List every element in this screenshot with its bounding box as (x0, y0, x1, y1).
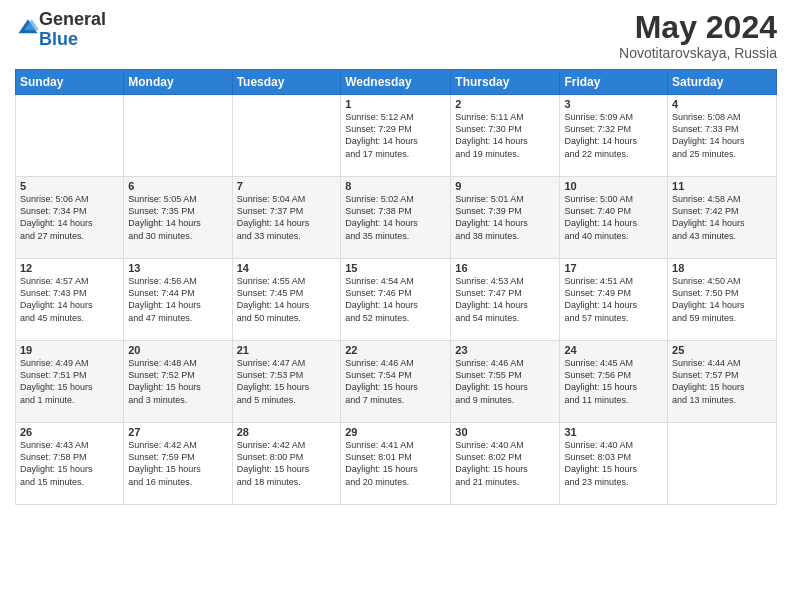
page: General Blue May 2024 Novotitarovskaya, … (0, 0, 792, 612)
calendar-cell: 12Sunrise: 4:57 AM Sunset: 7:43 PM Dayli… (16, 259, 124, 341)
logo-text: General Blue (39, 10, 106, 50)
day-number: 14 (237, 262, 337, 274)
cell-content: Sunrise: 4:43 AM Sunset: 7:58 PM Dayligh… (20, 439, 119, 488)
calendar-cell: 11Sunrise: 4:58 AM Sunset: 7:42 PM Dayli… (668, 177, 777, 259)
day-number: 26 (20, 426, 119, 438)
day-number: 17 (564, 262, 663, 274)
calendar-cell: 30Sunrise: 4:40 AM Sunset: 8:02 PM Dayli… (451, 423, 560, 505)
weekday-header: Thursday (451, 70, 560, 95)
weekday-header: Monday (124, 70, 232, 95)
day-number: 30 (455, 426, 555, 438)
cell-content: Sunrise: 4:51 AM Sunset: 7:49 PM Dayligh… (564, 275, 663, 324)
cell-content: Sunrise: 4:57 AM Sunset: 7:43 PM Dayligh… (20, 275, 119, 324)
day-number: 10 (564, 180, 663, 192)
cell-content: Sunrise: 5:08 AM Sunset: 7:33 PM Dayligh… (672, 111, 772, 160)
calendar-table: SundayMondayTuesdayWednesdayThursdayFrid… (15, 69, 777, 505)
cell-content: Sunrise: 5:09 AM Sunset: 7:32 PM Dayligh… (564, 111, 663, 160)
calendar-cell: 16Sunrise: 4:53 AM Sunset: 7:47 PM Dayli… (451, 259, 560, 341)
cell-content: Sunrise: 5:04 AM Sunset: 7:37 PM Dayligh… (237, 193, 337, 242)
day-number: 23 (455, 344, 555, 356)
cell-content: Sunrise: 5:01 AM Sunset: 7:39 PM Dayligh… (455, 193, 555, 242)
day-number: 13 (128, 262, 227, 274)
day-number: 18 (672, 262, 772, 274)
cell-content: Sunrise: 4:49 AM Sunset: 7:51 PM Dayligh… (20, 357, 119, 406)
weekday-header-row: SundayMondayTuesdayWednesdayThursdayFrid… (16, 70, 777, 95)
cell-content: Sunrise: 4:56 AM Sunset: 7:44 PM Dayligh… (128, 275, 227, 324)
calendar-cell (16, 95, 124, 177)
calendar-cell: 20Sunrise: 4:48 AM Sunset: 7:52 PM Dayli… (124, 341, 232, 423)
day-number: 8 (345, 180, 446, 192)
calendar-week-row: 26Sunrise: 4:43 AM Sunset: 7:58 PM Dayli… (16, 423, 777, 505)
calendar-cell: 27Sunrise: 4:42 AM Sunset: 7:59 PM Dayli… (124, 423, 232, 505)
day-number: 9 (455, 180, 555, 192)
calendar-cell: 15Sunrise: 4:54 AM Sunset: 7:46 PM Dayli… (341, 259, 451, 341)
cell-content: Sunrise: 5:02 AM Sunset: 7:38 PM Dayligh… (345, 193, 446, 242)
day-number: 12 (20, 262, 119, 274)
weekday-header: Tuesday (232, 70, 341, 95)
calendar-cell: 8Sunrise: 5:02 AM Sunset: 7:38 PM Daylig… (341, 177, 451, 259)
cell-content: Sunrise: 5:06 AM Sunset: 7:34 PM Dayligh… (20, 193, 119, 242)
day-number: 6 (128, 180, 227, 192)
calendar-cell: 9Sunrise: 5:01 AM Sunset: 7:39 PM Daylig… (451, 177, 560, 259)
day-number: 15 (345, 262, 446, 274)
cell-content: Sunrise: 4:54 AM Sunset: 7:46 PM Dayligh… (345, 275, 446, 324)
day-number: 2 (455, 98, 555, 110)
day-number: 31 (564, 426, 663, 438)
cell-content: Sunrise: 4:46 AM Sunset: 7:55 PM Dayligh… (455, 357, 555, 406)
day-number: 7 (237, 180, 337, 192)
calendar-cell (668, 423, 777, 505)
calendar-cell: 23Sunrise: 4:46 AM Sunset: 7:55 PM Dayli… (451, 341, 560, 423)
cell-content: Sunrise: 4:45 AM Sunset: 7:56 PM Dayligh… (564, 357, 663, 406)
cell-content: Sunrise: 4:53 AM Sunset: 7:47 PM Dayligh… (455, 275, 555, 324)
day-number: 4 (672, 98, 772, 110)
calendar-cell: 28Sunrise: 4:42 AM Sunset: 8:00 PM Dayli… (232, 423, 341, 505)
cell-content: Sunrise: 4:58 AM Sunset: 7:42 PM Dayligh… (672, 193, 772, 242)
calendar-cell: 17Sunrise: 4:51 AM Sunset: 7:49 PM Dayli… (560, 259, 668, 341)
cell-content: Sunrise: 4:40 AM Sunset: 8:03 PM Dayligh… (564, 439, 663, 488)
day-number: 22 (345, 344, 446, 356)
day-number: 3 (564, 98, 663, 110)
calendar-cell: 14Sunrise: 4:55 AM Sunset: 7:45 PM Dayli… (232, 259, 341, 341)
logo: General Blue (15, 10, 106, 50)
weekday-header: Saturday (668, 70, 777, 95)
logo-icon (17, 17, 39, 39)
cell-content: Sunrise: 4:50 AM Sunset: 7:50 PM Dayligh… (672, 275, 772, 324)
day-number: 28 (237, 426, 337, 438)
calendar-cell: 4Sunrise: 5:08 AM Sunset: 7:33 PM Daylig… (668, 95, 777, 177)
calendar-cell: 18Sunrise: 4:50 AM Sunset: 7:50 PM Dayli… (668, 259, 777, 341)
calendar-cell: 21Sunrise: 4:47 AM Sunset: 7:53 PM Dayli… (232, 341, 341, 423)
day-number: 16 (455, 262, 555, 274)
calendar-cell: 3Sunrise: 5:09 AM Sunset: 7:32 PM Daylig… (560, 95, 668, 177)
day-number: 27 (128, 426, 227, 438)
cell-content: Sunrise: 4:41 AM Sunset: 8:01 PM Dayligh… (345, 439, 446, 488)
calendar-week-row: 5Sunrise: 5:06 AM Sunset: 7:34 PM Daylig… (16, 177, 777, 259)
cell-content: Sunrise: 5:12 AM Sunset: 7:29 PM Dayligh… (345, 111, 446, 160)
calendar-cell: 7Sunrise: 5:04 AM Sunset: 7:37 PM Daylig… (232, 177, 341, 259)
cell-content: Sunrise: 4:55 AM Sunset: 7:45 PM Dayligh… (237, 275, 337, 324)
weekday-header: Sunday (16, 70, 124, 95)
calendar-cell: 26Sunrise: 4:43 AM Sunset: 7:58 PM Dayli… (16, 423, 124, 505)
cell-content: Sunrise: 5:00 AM Sunset: 7:40 PM Dayligh… (564, 193, 663, 242)
cell-content: Sunrise: 4:40 AM Sunset: 8:02 PM Dayligh… (455, 439, 555, 488)
header: General Blue May 2024 Novotitarovskaya, … (15, 10, 777, 61)
day-number: 21 (237, 344, 337, 356)
calendar-cell (124, 95, 232, 177)
location: Novotitarovskaya, Russia (619, 45, 777, 61)
calendar-cell: 29Sunrise: 4:41 AM Sunset: 8:01 PM Dayli… (341, 423, 451, 505)
calendar-cell: 19Sunrise: 4:49 AM Sunset: 7:51 PM Dayli… (16, 341, 124, 423)
month-year: May 2024 (619, 10, 777, 45)
calendar-cell (232, 95, 341, 177)
cell-content: Sunrise: 4:42 AM Sunset: 8:00 PM Dayligh… (237, 439, 337, 488)
title-block: May 2024 Novotitarovskaya, Russia (619, 10, 777, 61)
calendar-cell: 2Sunrise: 5:11 AM Sunset: 7:30 PM Daylig… (451, 95, 560, 177)
weekday-header: Friday (560, 70, 668, 95)
calendar-cell: 24Sunrise: 4:45 AM Sunset: 7:56 PM Dayli… (560, 341, 668, 423)
calendar-week-row: 19Sunrise: 4:49 AM Sunset: 7:51 PM Dayli… (16, 341, 777, 423)
cell-content: Sunrise: 5:11 AM Sunset: 7:30 PM Dayligh… (455, 111, 555, 160)
day-number: 1 (345, 98, 446, 110)
calendar-week-row: 1Sunrise: 5:12 AM Sunset: 7:29 PM Daylig… (16, 95, 777, 177)
calendar-cell: 5Sunrise: 5:06 AM Sunset: 7:34 PM Daylig… (16, 177, 124, 259)
day-number: 19 (20, 344, 119, 356)
calendar-week-row: 12Sunrise: 4:57 AM Sunset: 7:43 PM Dayli… (16, 259, 777, 341)
calendar-cell: 25Sunrise: 4:44 AM Sunset: 7:57 PM Dayli… (668, 341, 777, 423)
